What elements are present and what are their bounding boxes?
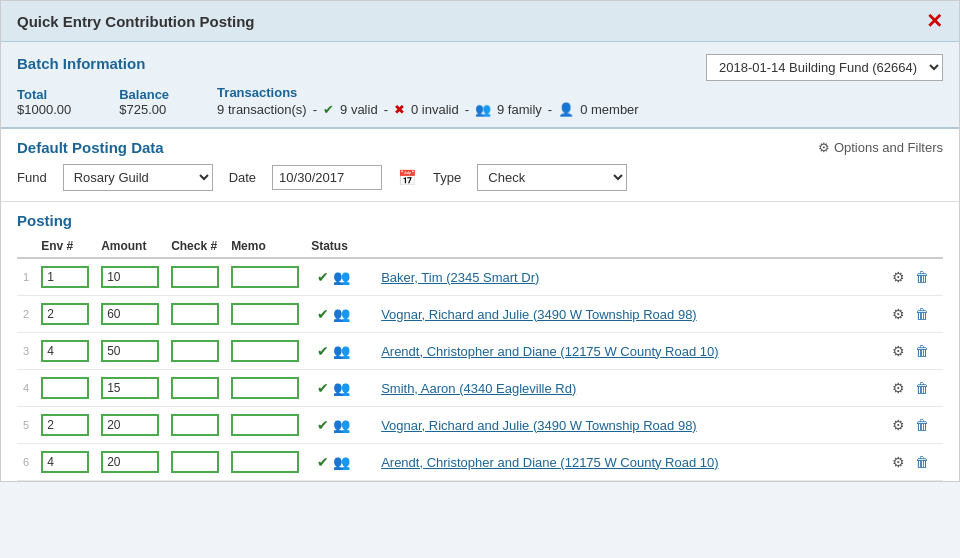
family-people-icon-4: 👥 xyxy=(333,380,350,396)
memo-header: Memo xyxy=(225,235,305,258)
amount-input-4[interactable] xyxy=(101,377,159,399)
options-filters-button[interactable]: ⚙ Options and Filters xyxy=(818,140,943,155)
env-input-3[interactable] xyxy=(41,340,89,362)
delete-button-4[interactable]: 🗑 xyxy=(913,378,931,398)
delete-button-6[interactable]: 🗑 xyxy=(913,452,931,472)
name-cell-5: Vognar, Richard and Julie (3490 W Townsh… xyxy=(375,407,878,444)
delete-button-1[interactable]: 🗑 xyxy=(913,267,931,287)
modal-title: Quick Entry Contribution Posting xyxy=(17,13,255,30)
name-link-2[interactable]: Vognar, Richard and Julie (3490 W Townsh… xyxy=(381,307,697,322)
settings-button-1[interactable]: ⚙ xyxy=(890,267,907,287)
row-number-4: 4 xyxy=(17,370,35,407)
type-select[interactable]: Check xyxy=(477,164,627,191)
amount-cell-1 xyxy=(95,258,165,296)
env-input-6[interactable] xyxy=(41,451,89,473)
batch-row: Batch Information 2018-01-14 Building Fu… xyxy=(17,54,943,81)
memo-cell-3 xyxy=(225,333,305,370)
actions-header xyxy=(878,235,943,258)
name-link-3[interactable]: Arendt, Christopher and Diane (12175 W C… xyxy=(381,344,718,359)
settings-button-3[interactable]: ⚙ xyxy=(890,341,907,361)
balance-stat: Balance $725.00 xyxy=(119,87,169,117)
amount-input-2[interactable] xyxy=(101,303,159,325)
actions-cell-4: ⚙ 🗑 xyxy=(878,370,943,407)
name-cell-4: Smith, Aaron (4340 Eagleville Rd) xyxy=(375,370,878,407)
check-cell-6 xyxy=(165,444,225,481)
name-cell-3: Arendt, Christopher and Diane (12175 W C… xyxy=(375,333,878,370)
actions-cell-6: ⚙ 🗑 xyxy=(878,444,943,481)
family-people-icon-6: 👥 xyxy=(333,454,350,470)
delete-button-5[interactable]: 🗑 xyxy=(913,415,931,435)
date-label: Date xyxy=(229,170,256,185)
posting-title: Posting xyxy=(17,212,943,229)
check-input-6[interactable] xyxy=(171,451,219,473)
posting-table: Env # Amount Check # Memo Status 1 xyxy=(17,235,943,481)
check-input-1[interactable] xyxy=(171,266,219,288)
status-header: Status xyxy=(305,235,375,258)
table-row: 1 ✔ 👥 Baker, Tim (2345 Smart Dr) xyxy=(17,258,943,296)
amount-input-6[interactable] xyxy=(101,451,159,473)
table-header-row: Env # Amount Check # Memo Status xyxy=(17,235,943,258)
check-input-4[interactable] xyxy=(171,377,219,399)
date-input[interactable] xyxy=(272,165,382,190)
table-row: 6 ✔ 👥 Arendt, Christopher and Diane (121 xyxy=(17,444,943,481)
batch-dropdown[interactable]: 2018-01-14 Building Fund (62664) xyxy=(706,54,943,81)
table-row: 2 ✔ 👥 Vognar, Richard and Julie (3490 W xyxy=(17,296,943,333)
posting-section: Posting Env # Amount Check # Memo Status… xyxy=(1,202,959,481)
settings-button-2[interactable]: ⚙ xyxy=(890,304,907,324)
memo-input-1[interactable] xyxy=(231,266,299,288)
env-input-4[interactable] xyxy=(41,377,89,399)
check-cell-1 xyxy=(165,258,225,296)
modal-header: Quick Entry Contribution Posting ✕ xyxy=(1,1,959,42)
status-cell-5: ✔ 👥 xyxy=(305,407,375,444)
delete-button-2[interactable]: 🗑 xyxy=(913,304,931,324)
batch-left: Batch Information xyxy=(17,55,145,80)
amount-cell-5 xyxy=(95,407,165,444)
memo-input-2[interactable] xyxy=(231,303,299,325)
total-stat: Total $1000.00 xyxy=(17,87,71,117)
actions-cell-2: ⚙ 🗑 xyxy=(878,296,943,333)
check-cell-4 xyxy=(165,370,225,407)
name-link-5[interactable]: Vognar, Richard and Julie (3490 W Townsh… xyxy=(381,418,697,433)
default-header: Default Posting Data ⚙ Options and Filte… xyxy=(17,139,943,156)
settings-button-4[interactable]: ⚙ xyxy=(890,378,907,398)
row-number-5: 5 xyxy=(17,407,35,444)
family-people-icon-5: 👥 xyxy=(333,417,350,433)
close-button[interactable]: ✕ xyxy=(926,11,943,31)
check-input-3[interactable] xyxy=(171,340,219,362)
table-row: 3 ✔ 👥 Arendt, Christopher and Diane (121 xyxy=(17,333,943,370)
default-section-title: Default Posting Data xyxy=(17,139,164,156)
settings-button-6[interactable]: ⚙ xyxy=(890,452,907,472)
env-input-2[interactable] xyxy=(41,303,89,325)
memo-input-5[interactable] xyxy=(231,414,299,436)
env-input-5[interactable] xyxy=(41,414,89,436)
check-input-2[interactable] xyxy=(171,303,219,325)
amount-header: Amount xyxy=(95,235,165,258)
actions-cell-1: ⚙ 🗑 xyxy=(878,258,943,296)
amount-input-3[interactable] xyxy=(101,340,159,362)
settings-button-5[interactable]: ⚙ xyxy=(890,415,907,435)
fund-select[interactable]: Rosary Guild xyxy=(63,164,213,191)
row-number-3: 3 xyxy=(17,333,35,370)
name-link-4[interactable]: Smith, Aaron (4340 Eagleville Rd) xyxy=(381,381,576,396)
memo-input-3[interactable] xyxy=(231,340,299,362)
check-header: Check # xyxy=(165,235,225,258)
calendar-button[interactable]: 📅 xyxy=(398,169,417,187)
name-link-6[interactable]: Arendt, Christopher and Diane (12175 W C… xyxy=(381,455,718,470)
env-cell-1 xyxy=(35,258,95,296)
batch-dropdown-wrap: 2018-01-14 Building Fund (62664) xyxy=(706,54,943,81)
memo-input-4[interactable] xyxy=(231,377,299,399)
memo-input-6[interactable] xyxy=(231,451,299,473)
env-input-1[interactable] xyxy=(41,266,89,288)
type-label: Type xyxy=(433,170,461,185)
amount-input-1[interactable] xyxy=(101,266,159,288)
amount-input-5[interactable] xyxy=(101,414,159,436)
batch-title: Batch Information xyxy=(17,55,145,72)
row-number-6: 6 xyxy=(17,444,35,481)
valid-check-icon-2: ✔ xyxy=(317,306,329,322)
env-header: Env # xyxy=(35,235,95,258)
delete-button-3[interactable]: 🗑 xyxy=(913,341,931,361)
transactions-stat: Transactions 9 transaction(s) - ✔ 9 vali… xyxy=(217,85,639,117)
name-link-1[interactable]: Baker, Tim (2345 Smart Dr) xyxy=(381,270,539,285)
row-num-header xyxy=(17,235,35,258)
check-input-5[interactable] xyxy=(171,414,219,436)
